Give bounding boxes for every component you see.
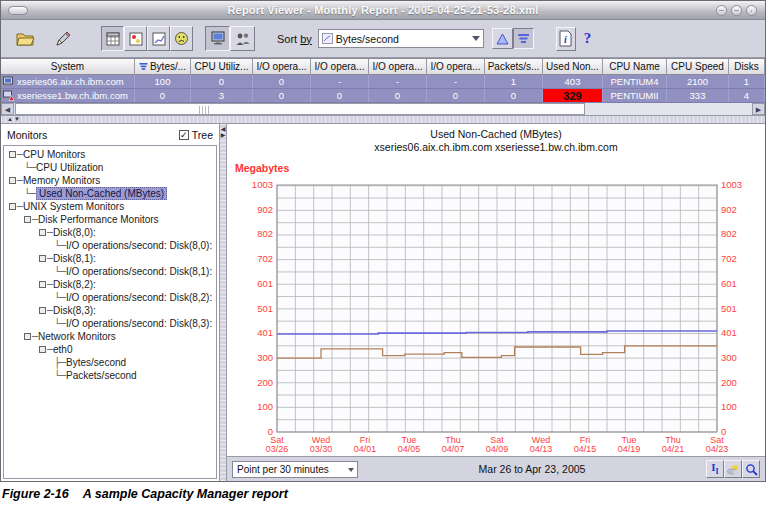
tree-item-label: Bytes/second xyxy=(66,357,126,368)
tree-item[interactable]: ─UNIX System Monitors xyxy=(4,200,216,213)
dropdown-arrow-icon xyxy=(348,468,354,472)
scope-group xyxy=(205,26,255,51)
status-view-button[interactable] xyxy=(124,26,147,51)
forecast-button[interactable] xyxy=(724,460,742,478)
column-header-6[interactable]: I/O opera... xyxy=(427,59,485,74)
scroll-right-arrow[interactable]: ▶ xyxy=(752,103,765,115)
tree-item[interactable]: └─Used Non-Cached (MBytes) xyxy=(4,187,216,200)
column-header-label: CPU Name xyxy=(609,61,660,72)
x-tick-date: 04/05 xyxy=(398,444,421,454)
group-systems-button[interactable] xyxy=(230,26,255,51)
tree-item[interactable]: ─Network Monitors xyxy=(4,330,216,343)
tree-expand-icon[interactable] xyxy=(24,216,31,223)
x-tick-date: 04/01 xyxy=(354,444,377,454)
tree-item[interactable]: └─I/O operations/second: Disk(8,2): xyxy=(4,291,216,304)
system-alert-icon xyxy=(3,90,14,101)
tree-expand-icon[interactable] xyxy=(39,307,46,314)
tree-expand-icon[interactable] xyxy=(39,229,46,236)
tree-item[interactable]: ─Disk Performance Monitors xyxy=(4,213,216,226)
column-header-10[interactable]: CPU Speed xyxy=(667,59,729,74)
open-report-button[interactable] xyxy=(13,27,37,51)
tree-item[interactable]: └─CPU Utilization xyxy=(4,161,216,174)
restore-button[interactable] xyxy=(731,5,742,16)
column-header-2[interactable]: CPU Utiliz... xyxy=(191,59,253,74)
tree-item[interactable]: └─Packets/second xyxy=(4,369,216,382)
column-header-0[interactable]: System xyxy=(1,59,135,74)
tree-item[interactable]: ─eth0 xyxy=(4,343,216,356)
scrollbar-thumb[interactable] xyxy=(15,103,585,115)
sort-descending-button[interactable] xyxy=(513,28,534,49)
table-horizontal-scrollbar[interactable]: ◀ ▶ xyxy=(1,103,765,116)
interval-dropdown[interactable]: Point per 30 minutes xyxy=(232,461,358,478)
tree-line: └─ xyxy=(54,240,66,251)
table-cell: PENTIUM4 xyxy=(603,75,667,88)
view-mode-group xyxy=(101,26,193,51)
tree-expand-icon[interactable] xyxy=(24,333,31,340)
tree-expand-icon[interactable] xyxy=(39,255,46,262)
tree-checkbox[interactable]: ✓ Tree xyxy=(179,129,213,141)
figure-caption-text: A sample Capacity Manager report xyxy=(83,487,288,501)
line-chart-view-button[interactable] xyxy=(147,26,170,51)
monitor-metric-icon xyxy=(322,33,333,44)
single-system-button[interactable] xyxy=(205,26,230,51)
minimize-button[interactable] xyxy=(716,5,727,16)
sort-ascending-button[interactable] xyxy=(492,28,513,49)
y-tick-label-right: 300 xyxy=(721,352,737,363)
column-header-4[interactable]: I/O opera... xyxy=(311,59,369,74)
chart-tools: II xyxy=(706,460,760,478)
column-header-label: I/O opera... xyxy=(372,61,422,72)
table-cell: - xyxy=(369,75,427,88)
column-header-11[interactable]: Disks xyxy=(729,59,765,74)
axis-labels-button[interactable]: II xyxy=(706,460,724,478)
tree-item[interactable]: └─I/O operations/second: Disk(8,3): xyxy=(4,317,216,330)
table-view-button[interactable] xyxy=(101,26,124,51)
window-controls xyxy=(716,5,757,16)
chart-bottom-bar: Point per 30 minutes Mar 26 to Apr 23, 2… xyxy=(227,456,765,481)
y-tick-label: 401 xyxy=(257,327,273,338)
tree-line: └─ xyxy=(54,292,66,303)
horizontal-splitter[interactable]: ▲▼ xyxy=(1,116,765,124)
column-header-7[interactable]: Packets/s... xyxy=(485,59,543,74)
help-icon[interactable]: ? xyxy=(584,30,592,47)
column-header-5[interactable]: I/O opera... xyxy=(369,59,427,74)
zoom-button[interactable] xyxy=(742,460,760,478)
report-info-button[interactable]: i xyxy=(556,27,576,51)
column-header-3[interactable]: I/O opera... xyxy=(253,59,311,74)
splitter-collapse-icons[interactable]: ▲▼ xyxy=(7,116,21,122)
vertical-splitter[interactable]: ◀▶ xyxy=(220,124,227,481)
tree-expand-icon[interactable] xyxy=(39,281,46,288)
table-row[interactable]: xseriesse1.bw.ch.ibm.com0300000329PENTIU… xyxy=(1,89,765,103)
column-header-8[interactable]: Used Non... xyxy=(543,59,603,74)
tree-item[interactable]: ─Disk(8,1): xyxy=(4,252,216,265)
tree-expand-icon[interactable] xyxy=(9,177,16,184)
tree-item[interactable]: ─Memory Monitors xyxy=(4,174,216,187)
tree-expand-icon[interactable] xyxy=(39,346,46,353)
figure-caption: Figure 2-16A sample Capacity Manager rep… xyxy=(2,487,288,501)
edit-report-button[interactable] xyxy=(51,27,75,51)
table-cell: 100 xyxy=(135,75,191,88)
column-header-9[interactable]: CPU Name xyxy=(603,59,667,74)
column-header-label: I/O opera... xyxy=(256,61,306,72)
scroll-left-arrow[interactable]: ◀ xyxy=(1,103,14,115)
table-row[interactable]: xseries06.aix.ch.ibm.com10000---1403PENT… xyxy=(1,75,765,89)
table-cell: 0 xyxy=(253,75,311,88)
monitors-panel-header: Monitors ✓ Tree xyxy=(1,124,219,145)
tree-expand-icon[interactable] xyxy=(9,203,16,210)
tree-item[interactable]: ─Disk(8,0): xyxy=(4,226,216,239)
table-cell: - xyxy=(311,75,369,88)
report-viewer-window: Report Viewer - Monthly Report - 2005-04… xyxy=(0,0,766,482)
tree-item[interactable]: └─I/O operations/second: Disk(8,0): xyxy=(4,239,216,252)
y-tick-label: 300 xyxy=(257,352,273,363)
tree-item[interactable]: ├─Bytes/second xyxy=(4,356,216,369)
close-button[interactable] xyxy=(746,5,757,16)
health-view-button[interactable] xyxy=(170,26,193,51)
tree-expand-icon[interactable] xyxy=(9,151,16,158)
column-header-1[interactable]: Bytes/... xyxy=(135,59,191,74)
sort-by-dropdown[interactable]: Bytes/second xyxy=(318,29,484,48)
tree-item[interactable]: ─CPU Monitors xyxy=(4,148,216,161)
tree-item[interactable]: └─I/O operations/second: Disk(8,1): xyxy=(4,265,216,278)
figure-label: Figure 2-16 xyxy=(2,487,69,501)
tree-item[interactable]: ─Disk(8,3): xyxy=(4,304,216,317)
tree-item[interactable]: ─Disk(8,2): xyxy=(4,278,216,291)
splitter-collapse-icons[interactable]: ◀▶ xyxy=(221,126,226,138)
